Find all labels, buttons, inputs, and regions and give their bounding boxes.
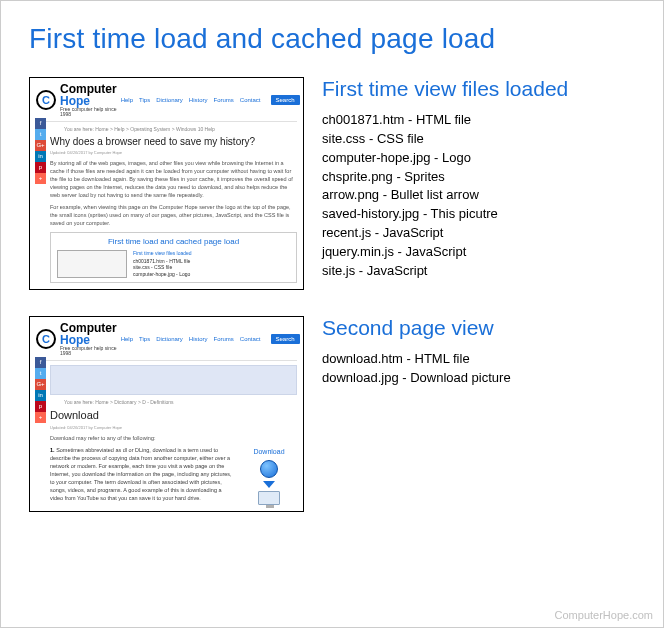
article-lead: Download may refer to any of the followi…: [50, 435, 297, 443]
download-figure: Download: [241, 447, 297, 505]
thumb-nav: HelpTipsDictionaryHistoryForumsContact S…: [121, 334, 300, 344]
addthis-icon: +: [35, 412, 46, 423]
share-strip: f t G+ in p +: [35, 118, 46, 184]
monitor-icon: [258, 491, 280, 505]
thumbnail-second-view: C Computer Hope Free computer help since…: [29, 316, 304, 512]
brand-tagline: Free computer help since 1998: [60, 346, 117, 356]
watermark: ComputerHope.com: [555, 609, 653, 621]
thumb-header: C Computer Hope Free computer help since…: [36, 83, 297, 122]
addthis-icon: +: [35, 173, 46, 184]
article-heading: Download: [50, 409, 297, 421]
breadcrumb: You are here: Home > Dictionary > D - De…: [64, 399, 297, 405]
arrow-down-icon: [263, 481, 275, 488]
globe-icon: [260, 460, 278, 478]
hero-banner: [50, 365, 297, 395]
download-label: Download: [253, 447, 284, 457]
list-item: site.js - JavaScript: [322, 262, 635, 281]
brand-name: Computer Hope: [60, 322, 117, 346]
pinterest-icon: p: [35, 162, 46, 173]
list-item: recent.js - JavaScript: [322, 224, 635, 243]
list-item: download.jpg - Download picture: [322, 369, 635, 388]
first-view-files: First time view files loaded ch001871.ht…: [322, 77, 635, 281]
search-button: Search: [271, 334, 300, 344]
inset-title: First time load and cached page load: [57, 237, 290, 246]
brand-name: Computer Hope: [60, 83, 117, 107]
file-list-second: download.htm - HTML file download.jpg - …: [322, 350, 635, 388]
share-strip: f t G+ in p +: [35, 357, 46, 423]
article-heading: Why does a browser need to save my histo…: [50, 136, 297, 147]
section-title-first: First time view files loaded: [322, 77, 635, 101]
inset-figure: First time load and cached page load Fir…: [50, 232, 297, 283]
inset-side-lines: ch001871.htm - HTML file site.css - CSS …: [133, 258, 192, 278]
section-title-second: Second page view: [322, 316, 635, 340]
thumb-header: C Computer Hope Free computer help since…: [36, 322, 297, 361]
list-item: download.htm - HTML file: [322, 350, 635, 369]
list-item: computer-hope.jpg - Logo: [322, 149, 635, 168]
row-second-view: C Computer Hope Free computer help since…: [29, 316, 635, 512]
twitter-icon: t: [35, 129, 46, 140]
twitter-icon: t: [35, 368, 46, 379]
logo-icon: C: [36, 329, 56, 349]
thumb-nav: HelpTipsDictionaryHistoryForumsContact S…: [121, 95, 300, 105]
brand-tagline: Free computer help since 1998: [60, 107, 117, 117]
page-title: First time load and cached page load: [29, 23, 635, 55]
list-item: arrow.png - Bullet list arrow: [322, 186, 635, 205]
inset-side-title: First time view files loaded: [133, 250, 192, 256]
article-paragraph: For example, when viewing this page on t…: [50, 204, 297, 228]
ordered-list-item: 1. Sometimes abbreviated as dl or DLing,…: [50, 447, 297, 505]
list-item: jquery.min.js - JavaScript: [322, 243, 635, 262]
facebook-icon: f: [35, 357, 46, 368]
thumbnail-first-view: C Computer Hope Free computer help since…: [29, 77, 304, 290]
list-item: ch001871.htm - HTML file: [322, 111, 635, 130]
article-paragraph: By storing all of the web pages, images,…: [50, 160, 297, 200]
breadcrumb: You are here: Home > Help > Operating Sy…: [64, 126, 297, 132]
article-meta: Updated: 04/26/2017 by Computer Hope: [50, 150, 297, 155]
list-item: saved-history.jpg - This picutre: [322, 205, 635, 224]
article-meta: Updated: 04/26/2017 by Computer Hope: [50, 425, 297, 430]
facebook-icon: f: [35, 118, 46, 129]
list-item: site.css - CSS file: [322, 130, 635, 149]
inset-thumb-icon: [57, 250, 127, 278]
pinterest-icon: p: [35, 401, 46, 412]
gplus-icon: G+: [35, 379, 46, 390]
logo-icon: C: [36, 90, 56, 110]
linkedin-icon: in: [35, 151, 46, 162]
second-view-files: Second page view download.htm - HTML fil…: [322, 316, 635, 388]
file-list-first: ch001871.htm - HTML file site.css - CSS …: [322, 111, 635, 281]
list-item: chsprite.png - Sprites: [322, 168, 635, 187]
gplus-icon: G+: [35, 140, 46, 151]
linkedin-icon: in: [35, 390, 46, 401]
search-button: Search: [271, 95, 300, 105]
row-first-load: C Computer Hope Free computer help since…: [29, 77, 635, 290]
